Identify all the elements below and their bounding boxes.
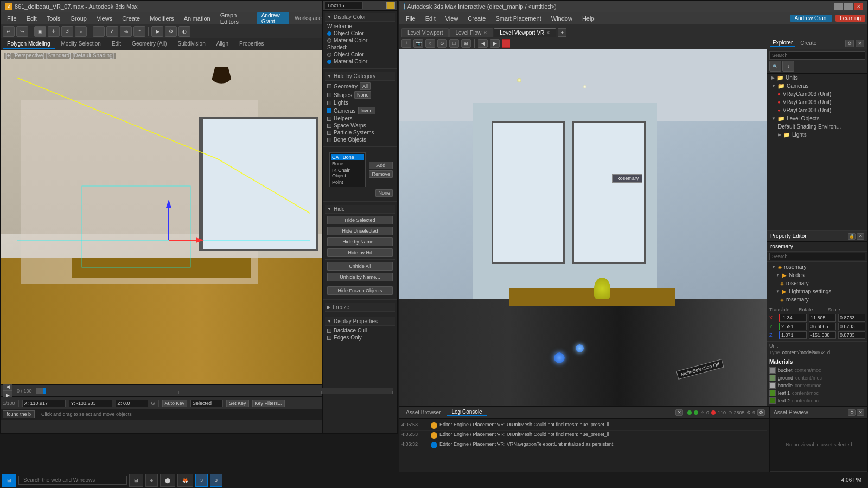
toolbar-undo[interactable]: ↩ xyxy=(3,26,15,37)
mat-bucket-swatch[interactable] xyxy=(769,367,776,374)
log-close-btn[interactable]: ✕ xyxy=(675,409,683,416)
rtab-level-flow[interactable]: Level Flow ✕ xyxy=(449,28,493,37)
toolbar-angle-snap[interactable]: ∠ xyxy=(106,26,118,37)
right-maximize-btn[interactable]: □ xyxy=(844,3,853,10)
x-coord[interactable]: X: 110.917 xyxy=(22,400,66,407)
explorer-cam1[interactable]: ● VRayCam003 (Unit) xyxy=(767,90,867,98)
toolbar-scale[interactable]: ⬦ xyxy=(75,26,87,37)
edges-only-checkbox[interactable] xyxy=(327,336,331,340)
start-button[interactable]: ⊞ xyxy=(2,474,16,487)
hide-by-name-btn[interactable]: Hide by Name... xyxy=(327,237,393,246)
pe-lm-rosemary[interactable]: ◈ rosemary xyxy=(767,296,867,304)
pe-lock-btn[interactable]: 🔒 xyxy=(848,233,856,240)
pe-close-btn[interactable]: ✕ xyxy=(857,233,864,240)
mat-ground-swatch[interactable] xyxy=(769,375,776,381)
bone-add-btn[interactable]: Add xyxy=(369,162,393,169)
log-settings-btn[interactable]: ⚙ xyxy=(757,409,765,416)
mat-leaf1-swatch[interactable] xyxy=(769,390,776,396)
r-menu-view[interactable]: View xyxy=(441,14,463,23)
menu-edit[interactable]: Edit xyxy=(22,14,41,23)
mat-handle-swatch[interactable] xyxy=(769,382,776,389)
vp-circle-btn[interactable]: ⊙ xyxy=(437,39,447,48)
rz-input[interactable]: -151.538 xyxy=(809,331,836,339)
sz-input[interactable]: 0.8733 xyxy=(838,331,865,339)
subtab-geometry[interactable]: Geometry (All) xyxy=(127,40,171,49)
y-coord[interactable]: Y: -133.283 xyxy=(69,400,112,407)
explorer-default-shading[interactable]: Default Shading Environ... xyxy=(767,123,867,131)
cat-helpers-checkbox[interactable] xyxy=(327,117,331,121)
hide-header[interactable]: ▼ Hide xyxy=(325,205,395,214)
cat-shapes-checkbox[interactable] xyxy=(327,93,331,97)
level-flow-close[interactable]: ✕ xyxy=(483,30,487,35)
cat-invert[interactable]: Invert xyxy=(358,107,376,114)
toolbar-spinner[interactable]: ⁺ xyxy=(133,26,145,37)
taskbar-search[interactable] xyxy=(18,476,127,485)
cat-spacewarps-checkbox[interactable] xyxy=(327,124,331,128)
explorer-lights[interactable]: ▶ 📁 Lights xyxy=(767,131,867,139)
z-coord[interactable]: Z: 0.0 xyxy=(116,400,148,407)
explorer-level-objects[interactable]: ▼ 📁 Level Objects xyxy=(767,114,867,123)
bone-none-btn[interactable]: None xyxy=(375,189,393,197)
pe-rosemary-root[interactable]: ▼ ◈ rosemary xyxy=(767,263,867,271)
rx-input[interactable]: 11.805 xyxy=(809,314,836,322)
menu-graph-editors[interactable]: Graph Editors xyxy=(216,11,256,26)
r-menu-file[interactable]: File xyxy=(401,14,420,23)
vp-light-btn[interactable]: ○ xyxy=(425,39,435,48)
taskbar-3dsmax-btn[interactable]: 3 xyxy=(195,474,208,487)
cat-geometry-checkbox[interactable] xyxy=(327,84,331,88)
shaded-object-color-radio[interactable] xyxy=(327,53,331,57)
toolbar-rotate[interactable]: ↺ xyxy=(61,26,73,37)
cat-shapes-none[interactable]: None xyxy=(354,91,372,99)
subtab-modify-selection[interactable]: Modify Selection xyxy=(57,40,105,49)
cat-bone-checkbox[interactable] xyxy=(327,138,331,142)
r-menu-edit[interactable]: Edit xyxy=(421,14,440,23)
add-tab-btn[interactable]: + xyxy=(558,28,566,37)
selection-display[interactable]: Selected xyxy=(190,400,223,407)
backface-cull-checkbox[interactable] xyxy=(327,329,331,333)
pe-nodes[interactable]: ▼ ▶ Nodes xyxy=(767,271,867,279)
x-input[interactable]: -1.34 xyxy=(779,314,807,322)
key-filters-btn[interactable]: Key Filters... xyxy=(252,400,285,407)
sy-input[interactable]: 0.8733 xyxy=(838,323,865,330)
ap-close-btn[interactable]: ✕ xyxy=(857,409,864,416)
right-viewport-area[interactable]: Rosemary Multi-Selection Off xyxy=(399,49,767,406)
set-key-btn[interactable]: Set Key xyxy=(226,400,249,407)
r-menu-create[interactable]: Create xyxy=(463,14,490,23)
explorer-sort-btn[interactable]: ↕ xyxy=(782,61,794,72)
pe-search-input[interactable] xyxy=(769,253,865,260)
toolbar-redo[interactable]: ↪ xyxy=(16,26,28,37)
cat-geometry-all[interactable]: All xyxy=(360,82,371,90)
menu-group[interactable]: Group xyxy=(66,14,91,23)
unhide-all-btn[interactable]: Unhide All xyxy=(327,262,393,271)
explorer-search-input[interactable] xyxy=(769,51,865,60)
hide-frozen-btn[interactable]: Hide Frozen Objects xyxy=(327,286,393,295)
bone-list-item-bone[interactable]: Bone xyxy=(331,160,364,167)
toolbar-percent-snap[interactable]: % xyxy=(120,26,132,37)
hide-unselected-btn[interactable]: Hide Unselected xyxy=(327,227,393,235)
bone-list[interactable]: CAT Bone Bone IK Chain Object Point xyxy=(329,152,366,187)
toolbar-snaps[interactable]: ⋮ xyxy=(93,26,105,37)
menu-animation[interactable]: Animation xyxy=(180,14,215,23)
toolbar-material-editor[interactable]: ◐ xyxy=(178,26,190,37)
auto-key-btn[interactable]: Auto Key xyxy=(162,400,188,407)
toolbar-select[interactable]: ▣ xyxy=(34,26,46,37)
vp-forward-btn[interactable]: ▶ xyxy=(490,39,500,48)
menu-file[interactable]: File xyxy=(3,14,21,23)
right-close-btn[interactable]: ✕ xyxy=(854,3,863,10)
rtab-level-viewport[interactable]: Level Viewport xyxy=(401,28,449,37)
ry-input[interactable]: 36.6065 xyxy=(809,323,836,330)
sx-input[interactable]: 0.8733 xyxy=(838,314,865,322)
vp-back-btn[interactable]: ◀ xyxy=(478,39,488,48)
explorer-cam3[interactable]: ● VRayCam008 (Unit) xyxy=(767,106,867,114)
y-input[interactable]: 2.591 xyxy=(779,323,807,330)
vp-grid-btn[interactable]: ⊞ xyxy=(461,39,471,48)
vp-camera-btn[interactable]: 📷 xyxy=(413,39,423,48)
subtab-align[interactable]: Align xyxy=(212,40,233,49)
freeze-header[interactable]: ▶ Freeze xyxy=(325,303,395,312)
shaded-material-color-radio[interactable] xyxy=(327,60,331,64)
taskbar-firefox-btn[interactable]: 🦊 xyxy=(177,474,193,487)
toolbar-render[interactable]: ▶ xyxy=(151,26,163,37)
cat-lights-checkbox[interactable] xyxy=(327,101,331,105)
hide-by-hit-btn[interactable]: Hide by Hit xyxy=(327,248,393,257)
level-viewport-vr-close[interactable]: ✕ xyxy=(546,30,550,35)
